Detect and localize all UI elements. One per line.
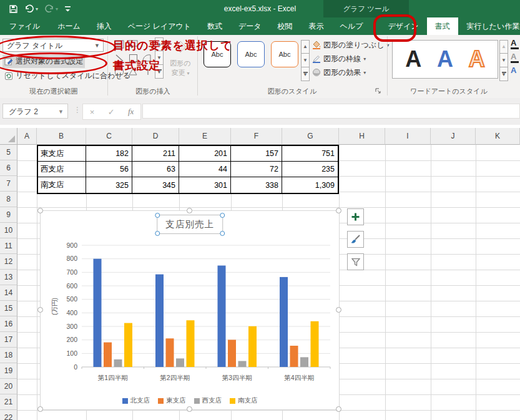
chart-selection-handle[interactable] [336,307,341,313]
chart-filters-button[interactable] [347,253,364,270]
column-header-F[interactable]: F [231,128,282,145]
table-cell-label[interactable]: 西支店 [38,162,86,177]
column-header-D[interactable]: D [132,128,179,145]
tab-ヘルプ[interactable]: ヘルプ [332,17,371,35]
tab-校閲[interactable]: 校閲 [270,17,301,35]
row-header-20[interactable]: 20 [0,379,17,394]
column-header-I[interactable]: I [385,128,431,145]
table-cell-value[interactable]: 63 [132,162,179,177]
table-cell-value[interactable]: 1,309 [282,177,338,193]
scroll-up-icon[interactable]: ▲ [499,40,508,54]
wordart-style-3[interactable]: A [469,48,485,71]
tab-挿入[interactable]: 挿入 [89,17,120,35]
table-cell-value[interactable]: 44 [179,162,231,177]
shape-fill-button[interactable]: 図形の塗りつぶし▾ [312,39,389,51]
bar-南支店-第4四半期[interactable] [311,321,319,367]
formula-bar-handle[interactable]: ⋮ [74,105,81,114]
wordart-style-2[interactable]: A [437,48,453,71]
bar-西支店-第3四半期[interactable] [238,361,247,367]
tab-デザイン[interactable]: デザイン [380,17,426,35]
column-header-B[interactable]: B [37,128,86,145]
gallery-more-icon[interactable]: ▼ [301,67,310,81]
table-cell-value[interactable]: 325 [86,177,132,193]
row-header-12[interactable]: 12 [0,254,17,270]
select-all-corner[interactable] [0,128,17,145]
column-header-H[interactable]: H [339,128,385,145]
shape-outline-button[interactable]: 図形の枠線▾ [312,52,389,65]
wordart-gallery[interactable]: A A A [392,40,498,79]
row-header-22[interactable]: 22 [0,410,17,420]
format-selection-button[interactable]: 選択対象の書式設定 [2,55,85,68]
row-header-21[interactable]: 21 [0,394,17,410]
tab-ホーム[interactable]: ホーム [49,17,89,35]
bar-南支店-第1四半期[interactable] [124,323,132,367]
table-cell-value[interactable]: 345 [132,177,179,193]
table-cell-value[interactable]: 72 [231,162,282,177]
scroll-down-icon[interactable]: ▼ [301,54,310,67]
chart-legend[interactable]: 北支店東支店西支店南支店 [41,396,339,405]
tab-数式[interactable]: 数式 [199,17,230,35]
row-header-17[interactable]: 17 [0,332,17,348]
chevron-down-icon[interactable]: ▼ [94,39,100,52]
tab-ページ レイアウト[interactable]: ページ レイアウト [120,17,199,35]
chart-title[interactable]: 支店別売上 [157,215,223,234]
text-outline-button[interactable]: A [511,52,520,64]
column-header-A[interactable]: A [17,128,37,145]
chart-selection-handle[interactable] [336,406,341,412]
bar-北支店-第3四半期[interactable] [218,266,226,368]
table-cell-label[interactable]: 南支店 [38,177,86,193]
row-header-14[interactable]: 14 [0,285,17,301]
legend-item-北支店[interactable]: 北支店 [122,396,150,405]
column-header-E[interactable]: E [179,128,231,145]
shape-effects-button[interactable]: 図形の効果▾ [312,66,389,79]
bar-東支店-第2四半期[interactable] [166,338,174,367]
bar-北支店-第1四半期[interactable] [94,259,102,367]
formula-input[interactable] [142,104,520,119]
bar-東支店-第4四半期[interactable] [290,346,298,367]
legend-item-南支店[interactable]: 南支店 [230,396,258,405]
row-header-18[interactable]: 18 [0,348,17,363]
bar-北支店-第2四半期[interactable] [155,275,164,367]
row-header-19[interactable]: 19 [0,363,17,379]
bar-西支店-第2四半期[interactable] [176,358,184,367]
chart-element-selector[interactable]: グラフ タイトル ▼ [2,39,104,52]
row-header-11[interactable]: 11 [0,238,17,254]
table-cell-value[interactable]: 235 [282,162,338,177]
row-header-15[interactable]: 15 [0,301,17,316]
chart-selection-handle[interactable] [187,406,192,412]
worksheet[interactable]: ABCDEFGHIJK56789101112131415161718192021… [0,125,520,420]
bar-東支店-第3四半期[interactable] [228,339,236,367]
bar-北支店-第4四半期[interactable] [280,277,288,367]
text-fill-button[interactable]: A [511,39,520,51]
chart-selection-handle[interactable] [187,208,192,213]
tab-書式[interactable]: 書式 [427,17,458,35]
bar-東支店-第1四半期[interactable] [104,343,112,367]
tell-me-search[interactable]: 実行したい作業を入力してくだ [463,17,520,35]
column-header-G[interactable]: G [282,128,339,145]
row-header-7[interactable]: 7 [0,176,17,192]
column-header-K[interactable]: K [476,128,520,145]
table-cell-label[interactable]: 東支店 [38,146,86,162]
name-box[interactable]: グラフ 2 ▼ [2,104,68,119]
bar-南支店-第3四半期[interactable] [248,326,257,367]
tab-ファイル[interactable]: ファイル [0,17,49,35]
row-header-8[interactable]: 8 [0,192,17,207]
wordart-style-1[interactable]: A [405,48,421,71]
chart-selection-handle[interactable] [37,406,43,412]
scroll-down-icon[interactable]: ▼ [499,54,508,67]
gallery-more-icon[interactable]: ▼ [499,67,508,81]
bar-西支店-第4四半期[interactable] [300,357,308,367]
bar-西支店-第1四半期[interactable] [114,359,122,367]
row-header-10[interactable]: 10 [0,223,17,238]
shape-style-preview-3[interactable]: Abc [271,41,298,67]
insert-function-icon[interactable]: fx [128,107,134,117]
legend-item-西支店[interactable]: 西支店 [194,396,222,405]
text-effects-button[interactable]: A [511,66,520,78]
row-header-9[interactable]: 9 [0,207,17,223]
column-header-J[interactable]: J [431,128,476,145]
title-handle[interactable] [155,213,160,218]
chart-selection-handle[interactable] [37,208,43,213]
chart-elements-button[interactable] [347,208,364,225]
table-cell-value[interactable]: 157 [231,146,282,162]
table-cell-value[interactable]: 182 [86,146,132,162]
